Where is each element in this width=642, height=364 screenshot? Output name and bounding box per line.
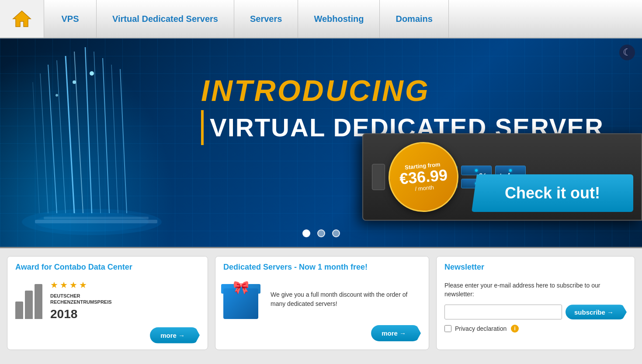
star-4: ★ bbox=[79, 280, 87, 290]
check-it-out-button[interactable]: Check it out! bbox=[472, 174, 633, 212]
newsletter-card-title: Newsletter bbox=[444, 263, 627, 272]
nav-virtual-dedicated-servers[interactable]: Virtual Dedicated Servers bbox=[97, 0, 234, 38]
carousel-dot-1[interactable] bbox=[302, 229, 310, 237]
award-chart bbox=[15, 280, 42, 319]
award-card-body: ★ ★ ★ ★ DEUTSCHER RECHENZENTRUMSPREIS 20… bbox=[7, 275, 208, 321]
newsletter-card-header: Newsletter bbox=[437, 257, 635, 275]
server-handle bbox=[372, 164, 385, 190]
nav-servers[interactable]: Servers bbox=[234, 0, 298, 38]
privacy-checkbox[interactable] bbox=[444, 325, 451, 332]
newsletter-description: Please enter your e-mail address here to… bbox=[444, 281, 627, 298]
star-3: ★ bbox=[69, 280, 77, 290]
moon-icon: ☾ bbox=[623, 47, 632, 58]
dedicated-card-header: Dedicated Servers - Now 1 month free! bbox=[215, 257, 429, 275]
privacy-label: Privacy declaration bbox=[455, 325, 507, 332]
dedicated-card-title: Dedicated Servers - Now 1 month free! bbox=[223, 263, 421, 272]
award-card: Award for Contabo Data Center ★ ★ ★ ★ DE… bbox=[7, 256, 208, 350]
nav-domains[interactable]: Domains bbox=[380, 0, 448, 38]
dedicated-more-button[interactable]: more → bbox=[371, 325, 421, 341]
dedicated-description: We give you a full month discount with t… bbox=[271, 290, 421, 309]
svg-marker-0 bbox=[13, 11, 31, 27]
theme-toggle-button[interactable]: ☾ bbox=[619, 45, 635, 60]
newsletter-card: Newsletter Please enter your e-mail addr… bbox=[436, 256, 635, 350]
privacy-row: Privacy declaration i bbox=[444, 325, 627, 333]
award-org-name: DEUTSCHER RECHENZENTRUMSPREIS bbox=[50, 293, 200, 305]
privacy-info-icon[interactable]: i bbox=[511, 325, 519, 333]
award-card-header: Award for Contabo Data Center bbox=[7, 257, 208, 275]
award-year: 2018 bbox=[50, 307, 200, 321]
star-2: ★ bbox=[60, 280, 68, 290]
dedicated-card: Dedicated Servers - Now 1 month free! 🎀 … bbox=[215, 256, 429, 350]
award-more-row: more → bbox=[7, 321, 208, 350]
subscribe-button[interactable]: subscribe → bbox=[566, 305, 627, 319]
gift-bow: 🎀 bbox=[233, 280, 249, 295]
carousel-dot-3[interactable] bbox=[332, 229, 340, 237]
home-icon bbox=[12, 10, 31, 28]
nav-home[interactable] bbox=[0, 0, 44, 38]
banner-glow bbox=[0, 38, 184, 247]
carousel-dots bbox=[302, 229, 340, 237]
hero-banner: INTRODUCING VIRTUAL DEDICATED SERVER ℅on… bbox=[0, 38, 642, 248]
price-month: / month bbox=[415, 184, 434, 192]
award-stars: ★ ★ ★ ★ bbox=[50, 280, 200, 290]
banner-accent-bar bbox=[201, 110, 204, 145]
nav-webhosting[interactable]: Webhosting bbox=[298, 0, 380, 38]
newsletter-form-row: subscribe → bbox=[444, 305, 627, 319]
award-bar-2 bbox=[25, 291, 33, 319]
newsletter-email-input[interactable] bbox=[444, 305, 562, 319]
star-1: ★ bbox=[50, 280, 58, 290]
award-bar-1 bbox=[15, 302, 23, 319]
cards-section: Award for Contabo Data Center ★ ★ ★ ★ DE… bbox=[0, 248, 642, 358]
carousel-dot-2[interactable] bbox=[317, 229, 325, 237]
dedicated-card-body: 🎀 We give you a full month discount with… bbox=[215, 275, 429, 319]
award-bar-3 bbox=[35, 284, 42, 319]
price-amount: €36.99 bbox=[399, 167, 448, 187]
nav-vps[interactable]: VPS bbox=[44, 0, 97, 38]
dedicated-more-row: more → bbox=[215, 319, 429, 347]
award-info: ★ ★ ★ ★ DEUTSCHER RECHENZENTRUMSPREIS 20… bbox=[50, 280, 200, 321]
banner-introducing: INTRODUCING bbox=[201, 73, 642, 107]
award-more-button[interactable]: more → bbox=[150, 327, 200, 343]
main-nav: VPS Virtual Dedicated Servers Servers We… bbox=[0, 0, 642, 38]
newsletter-card-body: Please enter your e-mail address here to… bbox=[437, 275, 635, 339]
award-card-title: Award for Contabo Data Center bbox=[15, 263, 200, 272]
gift-box-image: 🎀 bbox=[223, 280, 263, 319]
